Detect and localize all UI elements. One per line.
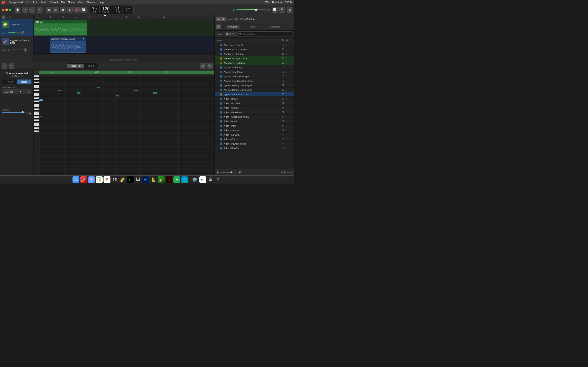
menu-view[interactable]: View — [78, 1, 83, 4]
volume-up-icon[interactable]: 🔊 — [238, 171, 242, 174]
track-header-bass[interactable]: 🎸 Aggressive Stance Bass M 🎧 ⬇ — [0, 36, 34, 53]
menu-share[interactable]: Share — [68, 1, 75, 4]
pr-note-6[interactable] — [134, 90, 138, 91]
loop-fav-12[interactable]: ♡ — [289, 98, 292, 100]
track-pan-bass[interactable] — [24, 48, 27, 52]
volume-down-icon[interactable]: 🔈 — [217, 171, 220, 174]
scale-select[interactable]: Both ▼ — [225, 32, 236, 36]
minimize-button[interactable] — [5, 8, 8, 11]
track-volume-bass[interactable] — [11, 50, 23, 50]
pr-flex-tool[interactable]: ⟺ — [9, 63, 14, 69]
loop-fav-14[interactable]: ♡ — [289, 106, 292, 109]
dock-notes[interactable]: 📝 — [96, 176, 103, 183]
loop-item-0[interactable]: ⏵ ♫ After Hours Beat 02 8 ⏱ ♡ — [215, 43, 294, 47]
loop-fav-0[interactable]: ♡ — [289, 44, 292, 46]
loop-item-7[interactable]: ⏵ ♫ Against Time Sax Sample 8 ⏱ ♡ — [215, 74, 294, 79]
track-header-trap-door[interactable]: 🥁 Trap Door M 🎧 — [0, 19, 34, 36]
dock-terminal[interactable]: $_ — [127, 176, 134, 183]
loop-fav-19[interactable]: ♡ — [289, 129, 292, 132]
menu-edit[interactable]: Edit — [33, 1, 37, 4]
dock-photos-2[interactable]: 🖼 — [207, 176, 214, 183]
loop-item-20[interactable]: ⏵ ♫ Aidan - La Luna 32 ⏱ ♡ — [215, 133, 294, 137]
fast-forward-button[interactable]: ⏭ — [53, 7, 59, 13]
dock-python[interactable]: 🐍 — [150, 176, 157, 183]
loop-item-15[interactable]: ⏵ ♫ Aidan - Fine Grind 32 ⏱ ♡ — [215, 110, 294, 115]
loop-fav-6[interactable]: ♡ — [289, 71, 292, 73]
loop-browser-close-button[interactable]: ✕ — [216, 25, 221, 29]
loop-item-1[interactable]: ⏵ ♫ Afterburner Fuzz Synth 16 ⏱ ♡ — [215, 47, 294, 52]
loop-fav-18[interactable]: ♡ — [289, 124, 292, 127]
dock-garageband[interactable]: 🎸 — [158, 176, 165, 183]
loop-packs-select[interactable]: All Genres ▲ — [241, 17, 255, 20]
loop-fav-17[interactable]: ♡ — [289, 120, 292, 123]
loop-fav-5[interactable]: ♡ — [289, 66, 292, 69]
loop-fav-16[interactable]: ♡ — [289, 115, 292, 118]
pr-note-3[interactable] — [77, 92, 80, 94]
tab-descriptors[interactable]: Descriptors — [267, 25, 282, 29]
dock-word[interactable]: W — [173, 176, 180, 183]
apple-menu[interactable]: 🍎 — [2, 0, 6, 4]
dock-siri[interactable]: 🎙 — [88, 176, 95, 183]
loop-item-13[interactable]: ⏵ ♫ Aidan - Burnside 32 ⏱ ♡ — [215, 101, 294, 106]
notation-button[interactable]: 📝 — [272, 7, 278, 13]
loop-fav-11[interactable]: ♡ — [289, 93, 292, 96]
loop-item-19[interactable]: ⏵ ♫ Aidan - Jackpot 32 ⏱ ♡ — [215, 128, 294, 133]
loop-item-11[interactable]: ⏵ ♫ Aggressive Stance Bass 16 ⏱ ♡ — [215, 92, 294, 97]
loop-item-18[interactable]: ⏵ ♫ Aidan - Intro 32 ⏱ ♡ — [215, 124, 294, 128]
pr-note-5[interactable] — [116, 95, 119, 96]
loop-item-5[interactable]: ⏵ ♫ Against Time Keys 8 ⏱ ♡ — [215, 65, 294, 70]
loop-item-22[interactable]: ⏵ ♫ Aidan - Powell's World 32 ⏱ ♡ — [215, 142, 294, 146]
loop-fav-9[interactable]: ♡ — [289, 84, 292, 87]
scissors-button[interactable]: ✂ — [37, 7, 43, 13]
dock-preview[interactable]: 🖼 — [135, 176, 141, 183]
loop-fav-10[interactable]: ♡ — [289, 89, 292, 91]
tab-notes[interactable]: Notes — [17, 80, 31, 84]
dock-calendar[interactable]: 📅 — [104, 176, 111, 183]
close-button[interactable] — [2, 8, 4, 11]
velocity-slider[interactable] — [2, 112, 31, 113]
pr-note-4[interactable] — [96, 87, 100, 88]
track-volume-trap-door[interactable] — [8, 33, 20, 33]
search-input[interactable] — [243, 33, 290, 35]
preview-volume-slider[interactable] — [221, 172, 237, 173]
loop-fav-1[interactable]: ♡ — [289, 48, 292, 51]
dock-photos[interactable]: 🌈 — [119, 176, 126, 183]
maximize-button[interactable] — [9, 8, 11, 11]
menu-help[interactable]: Help — [99, 1, 104, 4]
dock-font-book[interactable]: Aa — [199, 176, 206, 183]
pr-note-1[interactable] — [39, 100, 43, 101]
favorites-button[interactable]: ♡ — [288, 25, 292, 29]
clip-bass[interactable]: Aggressive Stance Bass.1 ⟳ — [50, 37, 86, 53]
pr-note-2[interactable] — [58, 90, 61, 91]
smart-controls-button[interactable]: ↻ — [29, 7, 35, 13]
pr-arrow-tool[interactable]: ↖ — [2, 63, 7, 69]
loop-item-4[interactable]: ⏵ ♫ Aftershock Synth Lead 16 ⏱ ♡ — [215, 61, 294, 65]
loop-item-9[interactable]: ⏵ ♫ Ageless Beauty Guzheng 01 32 ⏱ ♡ — [215, 83, 294, 88]
loop-fav-8[interactable]: ♡ — [289, 80, 292, 82]
dock-maps[interactable]: 🗺 — [111, 176, 118, 183]
menu-mix[interactable]: Mix — [61, 1, 65, 4]
track-controls-toggle[interactable]: ▶| ◀| — [7, 16, 11, 18]
menu-garageband[interactable]: GarageBand — [9, 1, 23, 4]
dock-launchpad[interactable]: 🚀 — [80, 176, 87, 183]
loop-item-8[interactable]: ⏵ ♫ Against Time Staccato Strings 8 ⏱ ♡ — [215, 79, 294, 83]
menu-file[interactable]: File — [26, 1, 30, 4]
loop-fav-2[interactable]: ♡ — [289, 53, 292, 55]
loop-fav-15[interactable]: ♡ — [289, 111, 292, 114]
loop-fav-3[interactable]: ♡ — [289, 57, 292, 60]
record-button[interactable]: ⏺ — [73, 7, 80, 13]
new-track-button[interactable]: 📋 — [15, 7, 20, 13]
track-pan-trap-door[interactable] — [21, 31, 25, 34]
loop-item-23[interactable]: ⏵ ♫ Aidan - Rip City 32 ⏱ ♡ — [215, 146, 294, 150]
dock-system-prefs[interactable]: ⚙️ — [191, 176, 199, 183]
loop-fav-13[interactable]: ♡ — [289, 102, 292, 105]
search-button[interactable]: 🔍 — [279, 7, 285, 13]
tab-genre[interactable]: Genre — [249, 25, 258, 29]
loops-browser-button[interactable]: ⊞ — [287, 7, 292, 13]
go-to-beginning-button[interactable]: ⏹ — [60, 7, 66, 13]
loop-item-12[interactable]: ⏵ ♫ Aidan - Bridge 32 ⏱ ♡ — [215, 97, 294, 101]
loop-item-17[interactable]: ⏵ ♫ Aidan - Hoodoo 32 ⏱ ♡ — [215, 119, 294, 124]
dock-trash[interactable]: 🗑 — [215, 176, 222, 183]
loop-item-21[interactable]: ⏵ ♫ Aidan - Outro 32 ⏱ ♡ — [215, 137, 294, 142]
loop-fav-22[interactable]: ♡ — [289, 142, 292, 145]
